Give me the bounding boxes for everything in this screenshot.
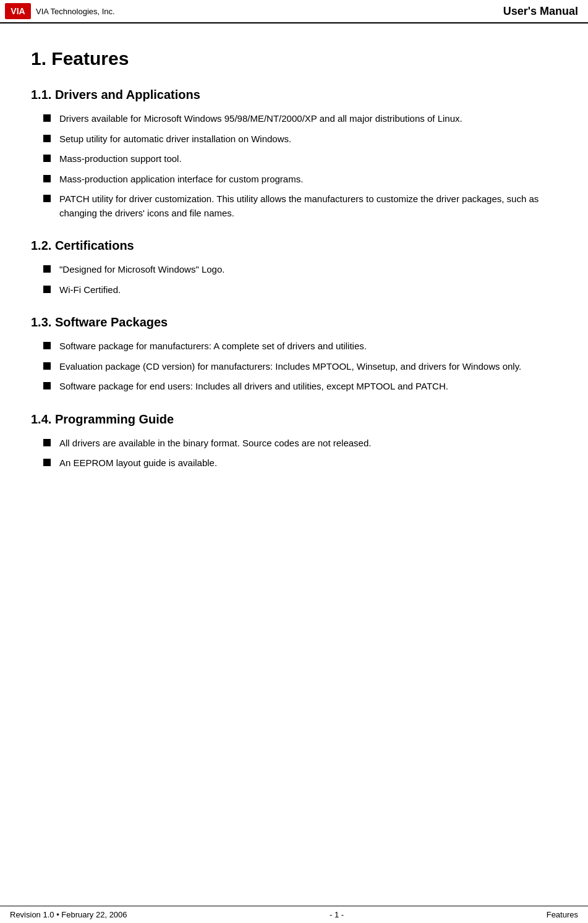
section-certifications-heading: 1.2. Certifications [31,239,557,253]
bullet-icon [43,195,51,202]
via-logo-icon: VIA [5,3,31,19]
list-item: All drivers are available in the binary … [37,436,557,451]
section-certifications-list: "Designed for Microsoft Windows" Logo. W… [31,263,557,297]
main-heading: 1. Features [31,48,557,69]
list-item: Wi-Fi Certified. [37,283,557,297]
company-name: VIA Technologies, Inc. [36,7,115,16]
list-item: Mass-production application interface fo… [37,172,557,187]
footer-revision: Revision 1.0 • February 22, 2006 [10,910,127,919]
svg-text:VIA: VIA [11,6,25,16]
bullet-icon [43,265,51,273]
bullet-text: "Designed for Microsoft Windows" Logo. [59,263,557,277]
page-footer: Revision 1.0 • February 22, 2006 - 1 - F… [0,906,588,923]
bullet-icon [43,439,51,446]
bullet-icon [43,459,51,466]
footer-page-number: - 1 - [330,910,344,919]
bullet-text: Evaluation package (CD version) for manu… [59,360,557,374]
bullet-text: Mass-production support tool. [59,152,557,166]
bullet-icon [43,114,51,122]
bullet-text: PATCH utility for driver customization. … [59,192,557,220]
bullet-icon [43,175,51,182]
section-programming-list: All drivers are available in the binary … [31,436,557,470]
bullet-text: Setup utility for automatic driver insta… [59,132,557,147]
bullet-text: Mass-production application interface fo… [59,172,557,187]
section-drivers-list: Drivers available for Microsoft Windows … [31,112,557,220]
bullet-icon [43,135,51,142]
list-item: An EEPROM layout guide is available. [37,456,557,470]
section-programming-heading: 1.4. Programming Guide [31,412,557,427]
list-item: PATCH utility for driver customization. … [37,192,557,220]
manual-title: User's Manual [503,5,578,18]
bullet-icon [43,382,51,389]
bullet-icon [43,155,51,162]
bullet-text: Software package for manufacturers: A co… [59,339,557,354]
logo-area: VIA VIA Technologies, Inc. [5,3,115,19]
list-item: Evaluation package (CD version) for manu… [37,360,557,374]
bullet-icon [43,286,51,293]
list-item: Mass-production support tool. [37,152,557,166]
bullet-text: Wi-Fi Certified. [59,283,557,297]
bullet-text: Drivers available for Microsoft Windows … [59,112,557,126]
section-drivers-heading: 1.1. Drivers and Applications [31,88,557,102]
bullet-text: Software package for end users: Includes… [59,380,557,394]
bullet-icon [43,362,51,370]
bullet-text: All drivers are available in the binary … [59,436,557,451]
page-header: VIA VIA Technologies, Inc. User's Manual [0,0,588,23]
bullet-icon [43,342,51,349]
list-item: Setup utility for automatic driver insta… [37,132,557,147]
list-item: "Designed for Microsoft Windows" Logo. [37,263,557,277]
footer-section: Features [547,910,578,919]
bullet-text: An EEPROM layout guide is available. [59,456,557,470]
main-content: 1. Features 1.1. Drivers and Application… [0,23,588,501]
list-item: Drivers available for Microsoft Windows … [37,112,557,126]
list-item: Software package for end users: Includes… [37,380,557,394]
section-software-heading: 1.3. Software Packages [31,315,557,330]
section-software-list: Software package for manufacturers: A co… [31,339,557,394]
list-item: Software package for manufacturers: A co… [37,339,557,354]
